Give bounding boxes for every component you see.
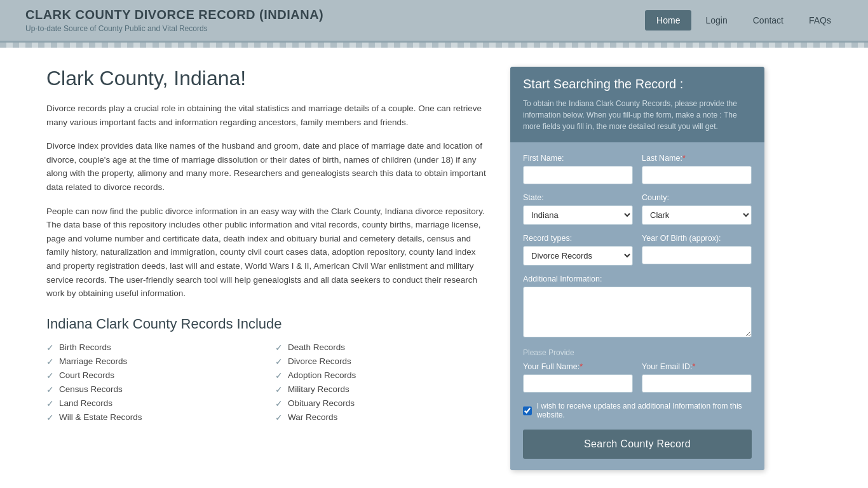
paragraph-1: Divorce records play a crucial role in o… bbox=[46, 102, 491, 129]
email-label: Your Email ID:* bbox=[642, 362, 752, 371]
county-label: County: bbox=[642, 193, 752, 202]
full-name-label: Your Full Name:* bbox=[523, 362, 633, 371]
list-item: ✓ Will & Estate Records bbox=[46, 412, 262, 423]
email-group: Your Email ID:* bbox=[642, 362, 752, 393]
year-of-birth-input[interactable] bbox=[642, 246, 752, 264]
nav-login[interactable]: Login bbox=[694, 10, 738, 30]
list-item: ✓ Birth Records bbox=[46, 342, 262, 353]
list-item: ✓ Land Records bbox=[46, 398, 262, 409]
check-icon: ✓ bbox=[46, 342, 54, 353]
state-label: State: bbox=[523, 193, 633, 202]
list-item: ✓ War Records bbox=[275, 412, 491, 423]
full-name-input[interactable] bbox=[523, 374, 633, 393]
check-icon: ✓ bbox=[46, 398, 54, 409]
check-icon: ✓ bbox=[275, 398, 283, 409]
check-icon: ✓ bbox=[46, 370, 54, 381]
check-icon: ✓ bbox=[275, 342, 283, 353]
email-input[interactable] bbox=[642, 374, 752, 393]
check-icon: ✓ bbox=[275, 384, 283, 395]
state-select[interactable]: Indiana Alabama Alaska Arizona bbox=[523, 205, 633, 225]
first-name-label: First Name: bbox=[523, 154, 633, 163]
right-panel: Start Searching the Record : To obtain t… bbox=[510, 67, 764, 470]
newsletter-checkbox[interactable] bbox=[523, 406, 532, 416]
records-heading: Indiana Clark County Records Include bbox=[46, 316, 491, 332]
list-item: ✓ Census Records bbox=[46, 384, 262, 395]
newsletter-checkbox-row: I wish to receive updates and additional… bbox=[523, 402, 752, 419]
site-header: CLARK COUNTY DIVORCE RECORD (INDIANA) Up… bbox=[0, 0, 868, 43]
check-icon: ✓ bbox=[46, 356, 54, 367]
main-container: Clark County, Indiana! Divorce records p… bbox=[21, 48, 847, 488]
form-body: First Name: Last Name:* State: bbox=[510, 142, 764, 470]
list-item: ✓ Divorce Records bbox=[275, 356, 491, 367]
name-row: First Name: Last Name:* bbox=[523, 154, 752, 184]
newsletter-label: I wish to receive updates and additional… bbox=[537, 402, 752, 419]
check-icon: ✓ bbox=[275, 370, 283, 381]
form-heading: Start Searching the Record : bbox=[523, 77, 752, 92]
records-list: ✓ Birth Records ✓ Death Records ✓ Marria… bbox=[46, 342, 491, 423]
search-form-card: Start Searching the Record : To obtain t… bbox=[510, 67, 764, 470]
check-icon: ✓ bbox=[275, 412, 283, 423]
last-name-label: Last Name:* bbox=[642, 154, 752, 163]
record-types-group: Record types: Divorce Records Birth Reco… bbox=[523, 234, 633, 266]
check-icon: ✓ bbox=[46, 412, 54, 423]
county-select[interactable]: Clark Adams Allen bbox=[642, 205, 752, 225]
paragraph-3: People can now find the public divorce i… bbox=[46, 205, 491, 301]
form-description: To obtain the Indiana Clark County Recor… bbox=[523, 98, 752, 132]
last-name-group: Last Name:* bbox=[642, 154, 752, 184]
full-name-required: * bbox=[580, 362, 583, 371]
year-of-birth-group: Year Of Birth (approx): bbox=[642, 234, 752, 266]
site-title: CLARK COUNTY DIVORCE RECORD (INDIANA) bbox=[25, 8, 323, 22]
list-item: ✓ Military Records bbox=[275, 384, 491, 395]
first-name-input[interactable] bbox=[523, 166, 633, 184]
page-heading: Clark County, Indiana! bbox=[46, 67, 491, 90]
record-year-row: Record types: Divorce Records Birth Reco… bbox=[523, 234, 752, 266]
list-item: ✓ Court Records bbox=[46, 370, 262, 381]
nav-contact[interactable]: Contact bbox=[742, 10, 795, 30]
additional-info-label: Additional Information: bbox=[523, 274, 752, 283]
email-required: * bbox=[692, 362, 695, 371]
first-name-group: First Name: bbox=[523, 154, 633, 184]
contact-row: Your Full Name:* Your Email ID:* bbox=[523, 362, 752, 393]
state-group: State: Indiana Alabama Alaska Arizona bbox=[523, 193, 633, 225]
last-name-input[interactable] bbox=[642, 166, 752, 184]
left-content: Clark County, Indiana! Divorce records p… bbox=[46, 67, 491, 470]
decorative-strip bbox=[0, 43, 868, 48]
additional-info-textarea[interactable] bbox=[523, 287, 752, 337]
record-types-label: Record types: bbox=[523, 234, 633, 243]
search-county-record-button[interactable]: Search County Record bbox=[523, 430, 752, 459]
nav-faqs[interactable]: FAQs bbox=[797, 10, 843, 30]
list-item: ✓ Death Records bbox=[275, 342, 491, 353]
paragraph-2: Divorce index provides data like names o… bbox=[46, 139, 491, 194]
nav-home[interactable]: Home bbox=[645, 10, 691, 30]
county-group: County: Clark Adams Allen bbox=[642, 193, 752, 225]
header-branding: CLARK COUNTY DIVORCE RECORD (INDIANA) Up… bbox=[25, 8, 323, 33]
record-types-select[interactable]: Divorce Records Birth Records Marriage R… bbox=[523, 246, 633, 266]
list-item: ✓ Obituary Records bbox=[275, 398, 491, 409]
check-icon: ✓ bbox=[46, 384, 54, 395]
main-nav: Home Login Contact FAQs bbox=[645, 10, 843, 30]
list-item: ✓ Adoption Records bbox=[275, 370, 491, 381]
full-name-group: Your Full Name:* bbox=[523, 362, 633, 393]
form-header: Start Searching the Record : To obtain t… bbox=[510, 67, 764, 142]
please-provide-text: Please Provide bbox=[523, 348, 752, 357]
state-county-row: State: Indiana Alabama Alaska Arizona Co… bbox=[523, 193, 752, 225]
year-of-birth-label: Year Of Birth (approx): bbox=[642, 234, 752, 243]
last-name-required: * bbox=[682, 154, 686, 163]
additional-info-group: Additional Information: bbox=[523, 274, 752, 339]
site-subtitle: Up-to-date Source of County Public and V… bbox=[25, 24, 323, 33]
check-icon: ✓ bbox=[275, 356, 283, 367]
list-item: ✓ Marriage Records bbox=[46, 356, 262, 367]
